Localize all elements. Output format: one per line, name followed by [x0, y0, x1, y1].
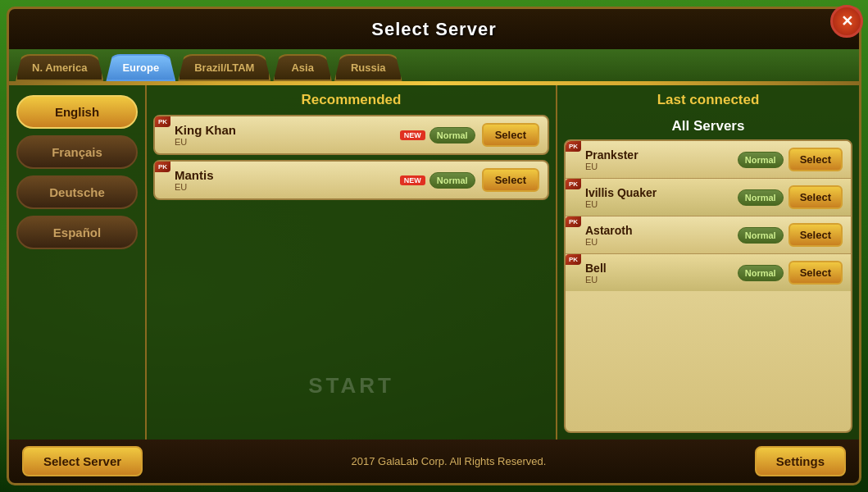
server-name: Bell	[585, 262, 733, 275]
server-info: King Khan EU	[163, 123, 393, 147]
server-region: EU	[585, 275, 733, 285]
server-region: EU	[585, 162, 733, 171]
language-panel: English Français Deutsche Español	[9, 85, 147, 440]
server-info: Bell EU	[574, 262, 733, 285]
lang-deutsche[interactable]: Deutsche	[16, 175, 138, 209]
server-info: Ivillis Quaker EU	[574, 186, 733, 209]
server-item-bell: PK Bell EU Normal Select	[566, 254, 851, 291]
select-server-button[interactable]: Select Server	[22, 446, 143, 476]
select-button-prankster[interactable]: Select	[788, 148, 843, 171]
last-connected-title: Last connected	[564, 92, 852, 108]
server-item-mantis: PK Mantis EU NEW Normal Select	[153, 160, 549, 200]
footer-copyright: 2017 GalaLab Corp. All Rights Reserved.	[143, 455, 755, 467]
server-name: Prankster	[585, 148, 733, 162]
modal-title: Select Server	[371, 19, 496, 40]
select-button-ivillis-quaker[interactable]: Select	[788, 185, 843, 209]
server-region: EU	[175, 137, 393, 147]
tab-brazil[interactable]: Brazil/LTAM	[178, 54, 270, 81]
select-button-mantis[interactable]: Select	[482, 168, 539, 192]
select-button-bell[interactable]: Select	[788, 261, 843, 285]
tab-n-america[interactable]: N. America	[16, 54, 103, 81]
server-info: Mantis EU	[163, 168, 393, 192]
all-servers-title: All Servers	[564, 118, 852, 134]
tab-europe[interactable]: Europe	[106, 54, 175, 81]
normal-status-badge: Normal	[429, 127, 475, 144]
footer: Select Server 2017 GalaLab Corp. All Rig…	[7, 440, 861, 485]
pk-badge: PK	[566, 141, 581, 152]
server-region: EU	[175, 182, 393, 192]
new-badge: NEW	[400, 130, 425, 140]
server-name: King Khan	[175, 123, 393, 137]
recommended-server-list: PK King Khan EU NEW Normal Select PK	[153, 115, 549, 200]
lang-english[interactable]: English	[16, 95, 138, 129]
server-status-group: NEW Normal	[400, 172, 475, 189]
server-item-prankster: PK Prankster EU Normal Select	[566, 141, 851, 179]
normal-status-badge: Normal	[429, 172, 475, 189]
close-button[interactable]: ✕	[830, 5, 863, 38]
all-servers-list: PK Prankster EU Normal Select PK Ivillis…	[564, 139, 852, 433]
server-info: Prankster EU	[574, 148, 733, 171]
pk-badge: PK	[155, 116, 170, 127]
pk-badge: PK	[566, 216, 581, 227]
select-button-astaroth[interactable]: Select	[788, 223, 843, 247]
server-region: EU	[585, 237, 733, 247]
server-name: Astaroth	[585, 224, 733, 237]
modal: Select Server ✕ N. America Europe Brazil…	[7, 7, 861, 485]
new-badge: NEW	[400, 175, 425, 185]
normal-status-badge: Normal	[738, 189, 784, 206]
pk-badge: PK	[566, 254, 581, 265]
content-area: English Français Deutsche Español Recomm…	[7, 85, 861, 440]
recommended-panel: Recommended PK King Khan EU NEW Normal S…	[147, 85, 557, 440]
select-button-king-khan[interactable]: Select	[482, 123, 539, 147]
server-name: Mantis	[175, 168, 393, 182]
start-text: START	[308, 373, 394, 399]
server-name: Ivillis Quaker	[585, 186, 733, 199]
server-item-ivillis-quaker: PK Ivillis Quaker EU Normal Select	[566, 179, 851, 216]
server-info: Astaroth EU	[574, 224, 733, 247]
tab-bar: N. America Europe Brazil/LTAM Asia Russi…	[7, 49, 861, 81]
server-region: EU	[585, 199, 733, 209]
server-item-king-khan: PK King Khan EU NEW Normal Select	[153, 115, 549, 155]
pk-badge: PK	[566, 179, 581, 189]
tab-russia[interactable]: Russia	[334, 54, 402, 81]
normal-status-badge: Normal	[738, 152, 784, 168]
right-panel: Last connected All Servers PK Prankster …	[557, 85, 859, 440]
lang-espanol[interactable]: Español	[16, 216, 138, 249]
recommended-title: Recommended	[153, 92, 549, 108]
server-item-astaroth: PK Astaroth EU Normal Select	[566, 216, 851, 254]
settings-button[interactable]: Settings	[755, 446, 846, 476]
normal-status-badge: Normal	[738, 265, 784, 281]
modal-header: Select Server ✕	[7, 7, 861, 49]
tabs-container: N. America Europe Brazil/LTAM Asia Russi…	[16, 54, 852, 81]
lang-francais[interactable]: Français	[16, 135, 138, 169]
server-status-group: NEW Normal	[400, 127, 475, 144]
pk-badge: PK	[155, 162, 170, 172]
tab-asia[interactable]: Asia	[273, 54, 331, 81]
normal-status-badge: Normal	[738, 227, 784, 244]
